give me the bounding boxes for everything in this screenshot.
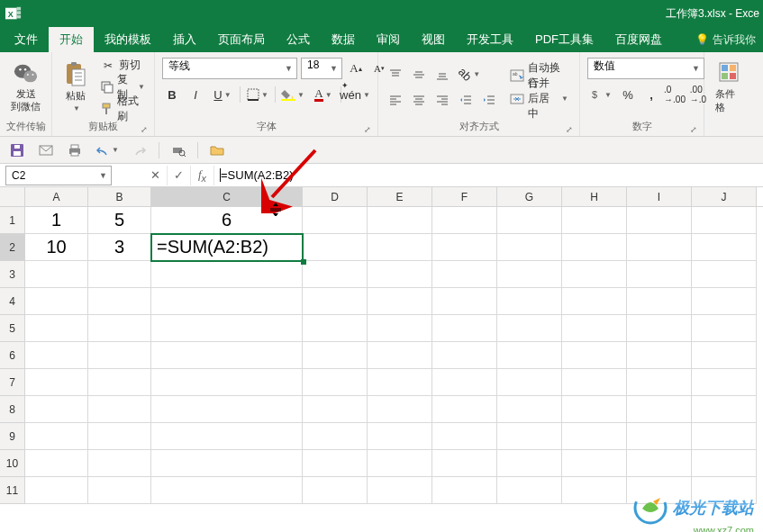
cell-B1[interactable]: 5 — [88, 207, 151, 234]
cell-I4[interactable] — [627, 288, 692, 315]
dialog-launcher-icon[interactable]: ⤢ — [565, 125, 574, 134]
cell-G3[interactable] — [497, 261, 562, 288]
comma-button[interactable]: , — [641, 85, 661, 104]
col-header-F[interactable]: F — [432, 187, 497, 206]
row-header-11[interactable]: 11 — [0, 477, 25, 504]
tab-view[interactable]: 视图 — [411, 27, 456, 52]
cell-F7[interactable] — [432, 369, 497, 396]
cell-D9[interactable] — [303, 423, 368, 450]
cell-A4[interactable] — [25, 288, 88, 315]
col-header-G[interactable]: G — [497, 187, 562, 206]
cell-B8[interactable] — [88, 396, 151, 423]
cell-I7[interactable] — [627, 369, 692, 396]
row-header-2[interactable]: 2 — [0, 234, 25, 261]
cell-A2[interactable]: 10 — [25, 234, 88, 261]
email-button[interactable] — [36, 140, 56, 160]
cell-E2[interactable] — [368, 234, 432, 261]
cell-A8[interactable] — [25, 396, 88, 423]
cell-D4[interactable] — [303, 288, 368, 315]
cell-E1[interactable] — [368, 207, 432, 234]
cell-J7[interactable] — [692, 369, 757, 396]
cell-E8[interactable] — [368, 396, 432, 423]
cell-C4[interactable] — [151, 288, 303, 315]
tab-my-templates[interactable]: 我的模板 — [94, 27, 162, 52]
cell-G7[interactable] — [497, 369, 562, 396]
cell-E3[interactable] — [368, 261, 432, 288]
tab-baidu-netdisk[interactable]: 百度网盘 — [604, 27, 673, 52]
increase-decimal-button[interactable]: .0→.00 — [665, 85, 685, 104]
print-preview-button[interactable] — [168, 140, 188, 160]
cell-H5[interactable] — [562, 315, 627, 342]
cell-B9[interactable] — [88, 423, 151, 450]
align-middle-button[interactable] — [409, 65, 429, 85]
row-header-5[interactable]: 5 — [0, 315, 25, 342]
cell-D8[interactable] — [303, 396, 368, 423]
cell-D1[interactable] — [303, 207, 368, 234]
cell-A10[interactable] — [25, 450, 88, 477]
paste-button[interactable]: 粘贴 ▼ — [58, 59, 94, 116]
tab-insert[interactable]: 插入 — [162, 27, 207, 52]
bold-button[interactable]: B — [162, 85, 182, 104]
cell-F10[interactable] — [432, 450, 497, 477]
cell-I3[interactable] — [627, 261, 692, 288]
cell-I8[interactable] — [627, 396, 692, 423]
cell-B4[interactable] — [88, 288, 151, 315]
save-button[interactable] — [7, 140, 27, 160]
row-header-7[interactable]: 7 — [0, 369, 25, 396]
cell-G11[interactable] — [497, 477, 562, 504]
cell-H11[interactable] — [562, 477, 627, 504]
cell-F11[interactable] — [432, 477, 497, 504]
cell-E9[interactable] — [368, 423, 432, 450]
col-header-H[interactable]: H — [562, 187, 627, 206]
accounting-format-button[interactable]: $▼ — [587, 85, 614, 104]
row-header-6[interactable]: 6 — [0, 342, 25, 369]
send-to-wechat-button[interactable]: 发送 到微信 — [5, 58, 46, 115]
cell-F4[interactable] — [432, 288, 497, 315]
cell-A9[interactable] — [25, 423, 88, 450]
decrease-indent-button[interactable] — [456, 90, 476, 110]
cell-B10[interactable] — [88, 450, 151, 477]
cell-E7[interactable] — [368, 369, 432, 396]
cell-I6[interactable] — [627, 342, 692, 369]
cell-G1[interactable] — [497, 207, 562, 234]
cell-J1[interactable] — [692, 207, 757, 234]
cell-F1[interactable] — [432, 207, 497, 234]
tab-file[interactable]: 文件 — [4, 27, 49, 52]
row-header-1[interactable]: 1 — [0, 207, 25, 234]
confirm-formula-button[interactable]: ✓ — [168, 166, 191, 185]
cell-H9[interactable] — [562, 423, 627, 450]
cell-D2[interactable] — [303, 234, 368, 261]
border-button[interactable]: ▼ — [244, 85, 271, 104]
font-name-select[interactable]: 等线 ▼ — [162, 58, 297, 79]
cell-H4[interactable] — [562, 288, 627, 315]
fill-handle[interactable] — [301, 259, 306, 265]
col-header-I[interactable]: I — [627, 187, 692, 206]
cell-A3[interactable] — [25, 261, 88, 288]
cell-F6[interactable] — [432, 342, 497, 369]
cell-H2[interactable] — [562, 234, 627, 261]
fill-color-button[interactable]: ▼ — [279, 85, 306, 104]
cell-B5[interactable] — [88, 315, 151, 342]
cell-C5[interactable] — [151, 315, 303, 342]
row-header-10[interactable]: 10 — [0, 450, 25, 477]
cell-G6[interactable] — [497, 342, 562, 369]
tab-formulas[interactable]: 公式 — [276, 27, 321, 52]
cell-F9[interactable] — [432, 423, 497, 450]
dialog-launcher-icon[interactable]: ⤢ — [363, 125, 372, 134]
cell-C6[interactable] — [151, 342, 303, 369]
merge-center-button[interactable]: 合并后居中 ▼ — [506, 89, 572, 109]
cell-C3[interactable] — [151, 261, 303, 288]
cell-D10[interactable] — [303, 450, 368, 477]
cell-G2[interactable] — [497, 234, 562, 261]
open-button[interactable] — [207, 140, 227, 160]
cell-D7[interactable] — [303, 369, 368, 396]
cell-B3[interactable] — [88, 261, 151, 288]
cell-H1[interactable] — [562, 207, 627, 234]
cells-area[interactable]: 1 5 6 10 3 =SUM(A2:B2) — [25, 207, 763, 504]
cell-J10[interactable] — [692, 450, 757, 477]
cancel-formula-button[interactable]: ✕ — [144, 166, 168, 185]
align-bottom-button[interactable] — [432, 65, 452, 85]
tab-home[interactable]: 开始 — [49, 27, 94, 52]
cell-B2[interactable]: 3 — [88, 234, 151, 261]
cell-G5[interactable] — [497, 315, 562, 342]
